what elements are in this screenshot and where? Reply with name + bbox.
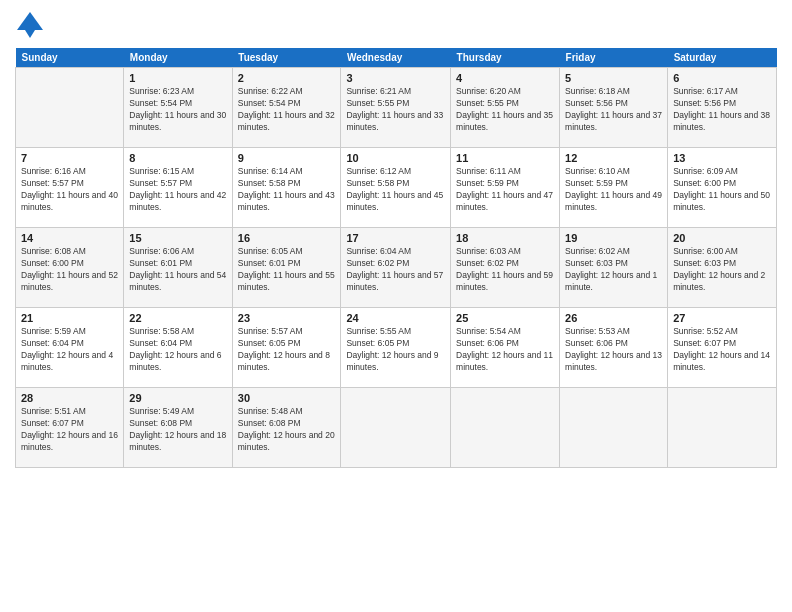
day-cell-3: 3Sunrise: 6:21 AMSunset: 5:55 PMDaylight… [341,68,451,148]
day-cell-18: 18Sunrise: 6:03 AMSunset: 6:02 PMDayligh… [451,228,560,308]
day-cell-16: 16Sunrise: 6:05 AMSunset: 6:01 PMDayligh… [232,228,341,308]
day-cell-4: 4Sunrise: 6:20 AMSunset: 5:55 PMDaylight… [451,68,560,148]
day-cell-13: 13Sunrise: 6:09 AMSunset: 6:00 PMDayligh… [668,148,777,228]
day-info: Sunrise: 5:49 AMSunset: 6:08 PMDaylight:… [129,406,226,454]
day-cell-15: 15Sunrise: 6:06 AMSunset: 6:01 PMDayligh… [124,228,232,308]
day-info: Sunrise: 6:18 AMSunset: 5:56 PMDaylight:… [565,86,662,134]
day-cell-27: 27Sunrise: 5:52 AMSunset: 6:07 PMDayligh… [668,308,777,388]
day-number: 15 [129,232,226,244]
day-info: Sunrise: 6:02 AMSunset: 6:03 PMDaylight:… [565,246,662,294]
day-cell-7: 7Sunrise: 6:16 AMSunset: 5:57 PMDaylight… [16,148,124,228]
day-info: Sunrise: 6:23 AMSunset: 5:54 PMDaylight:… [129,86,226,134]
day-number: 29 [129,392,226,404]
day-info: Sunrise: 5:52 AMSunset: 6:07 PMDaylight:… [673,326,771,374]
day-info: Sunrise: 6:20 AMSunset: 5:55 PMDaylight:… [456,86,554,134]
day-header-monday: Monday [124,48,232,68]
day-cell-12: 12Sunrise: 6:10 AMSunset: 5:59 PMDayligh… [560,148,668,228]
day-info: Sunrise: 5:48 AMSunset: 6:08 PMDaylight:… [238,406,336,454]
day-cell-19: 19Sunrise: 6:02 AMSunset: 6:03 PMDayligh… [560,228,668,308]
day-number: 10 [346,152,445,164]
week-row-5: 28Sunrise: 5:51 AMSunset: 6:07 PMDayligh… [16,388,777,468]
svg-marker-1 [25,30,35,38]
empty-cell [560,388,668,468]
day-number: 11 [456,152,554,164]
day-info: Sunrise: 6:06 AMSunset: 6:01 PMDaylight:… [129,246,226,294]
day-cell-1: 1Sunrise: 6:23 AMSunset: 5:54 PMDaylight… [124,68,232,148]
calendar-header: SundayMondayTuesdayWednesdayThursdayFrid… [16,48,777,68]
day-number: 19 [565,232,662,244]
day-info: Sunrise: 5:55 AMSunset: 6:05 PMDaylight:… [346,326,445,374]
day-cell-17: 17Sunrise: 6:04 AMSunset: 6:02 PMDayligh… [341,228,451,308]
week-row-2: 7Sunrise: 6:16 AMSunset: 5:57 PMDaylight… [16,148,777,228]
empty-cell [341,388,451,468]
day-cell-14: 14Sunrise: 6:08 AMSunset: 6:00 PMDayligh… [16,228,124,308]
day-cell-22: 22Sunrise: 5:58 AMSunset: 6:04 PMDayligh… [124,308,232,388]
day-number: 25 [456,312,554,324]
day-cell-9: 9Sunrise: 6:14 AMSunset: 5:58 PMDaylight… [232,148,341,228]
day-header-saturday: Saturday [668,48,777,68]
day-number: 8 [129,152,226,164]
day-info: Sunrise: 6:17 AMSunset: 5:56 PMDaylight:… [673,86,771,134]
day-number: 24 [346,312,445,324]
day-number: 5 [565,72,662,84]
day-cell-5: 5Sunrise: 6:18 AMSunset: 5:56 PMDaylight… [560,68,668,148]
day-number: 9 [238,152,336,164]
day-info: Sunrise: 5:57 AMSunset: 6:05 PMDaylight:… [238,326,336,374]
day-info: Sunrise: 5:53 AMSunset: 6:06 PMDaylight:… [565,326,662,374]
day-info: Sunrise: 6:09 AMSunset: 6:00 PMDaylight:… [673,166,771,214]
day-number: 6 [673,72,771,84]
day-info: Sunrise: 6:11 AMSunset: 5:59 PMDaylight:… [456,166,554,214]
day-cell-26: 26Sunrise: 5:53 AMSunset: 6:06 PMDayligh… [560,308,668,388]
day-cell-23: 23Sunrise: 5:57 AMSunset: 6:05 PMDayligh… [232,308,341,388]
day-number: 20 [673,232,771,244]
day-info: Sunrise: 6:21 AMSunset: 5:55 PMDaylight:… [346,86,445,134]
day-info: Sunrise: 6:00 AMSunset: 6:03 PMDaylight:… [673,246,771,294]
day-cell-29: 29Sunrise: 5:49 AMSunset: 6:08 PMDayligh… [124,388,232,468]
week-row-1: 1Sunrise: 6:23 AMSunset: 5:54 PMDaylight… [16,68,777,148]
day-info: Sunrise: 5:51 AMSunset: 6:07 PMDaylight:… [21,406,118,454]
day-number: 22 [129,312,226,324]
day-number: 26 [565,312,662,324]
day-number: 7 [21,152,118,164]
day-number: 23 [238,312,336,324]
day-info: Sunrise: 6:10 AMSunset: 5:59 PMDaylight:… [565,166,662,214]
day-number: 2 [238,72,336,84]
calendar-table: SundayMondayTuesdayWednesdayThursdayFrid… [15,48,777,468]
day-cell-2: 2Sunrise: 6:22 AMSunset: 5:54 PMDaylight… [232,68,341,148]
day-cell-30: 30Sunrise: 5:48 AMSunset: 6:08 PMDayligh… [232,388,341,468]
logo [15,10,49,40]
day-info: Sunrise: 6:12 AMSunset: 5:58 PMDaylight:… [346,166,445,214]
day-number: 28 [21,392,118,404]
day-cell-20: 20Sunrise: 6:00 AMSunset: 6:03 PMDayligh… [668,228,777,308]
day-info: Sunrise: 6:15 AMSunset: 5:57 PMDaylight:… [129,166,226,214]
day-cell-6: 6Sunrise: 6:17 AMSunset: 5:56 PMDaylight… [668,68,777,148]
day-info: Sunrise: 6:08 AMSunset: 6:00 PMDaylight:… [21,246,118,294]
day-cell-25: 25Sunrise: 5:54 AMSunset: 6:06 PMDayligh… [451,308,560,388]
empty-cell [668,388,777,468]
week-row-3: 14Sunrise: 6:08 AMSunset: 6:00 PMDayligh… [16,228,777,308]
day-info: Sunrise: 6:05 AMSunset: 6:01 PMDaylight:… [238,246,336,294]
day-cell-11: 11Sunrise: 6:11 AMSunset: 5:59 PMDayligh… [451,148,560,228]
day-header-sunday: Sunday [16,48,124,68]
day-cell-8: 8Sunrise: 6:15 AMSunset: 5:57 PMDaylight… [124,148,232,228]
day-info: Sunrise: 5:58 AMSunset: 6:04 PMDaylight:… [129,326,226,374]
day-info: Sunrise: 5:54 AMSunset: 6:06 PMDaylight:… [456,326,554,374]
day-number: 12 [565,152,662,164]
day-header-friday: Friday [560,48,668,68]
day-info: Sunrise: 6:22 AMSunset: 5:54 PMDaylight:… [238,86,336,134]
day-info: Sunrise: 6:04 AMSunset: 6:02 PMDaylight:… [346,246,445,294]
day-number: 30 [238,392,336,404]
day-number: 21 [21,312,118,324]
day-cell-28: 28Sunrise: 5:51 AMSunset: 6:07 PMDayligh… [16,388,124,468]
empty-cell [16,68,124,148]
day-cell-24: 24Sunrise: 5:55 AMSunset: 6:05 PMDayligh… [341,308,451,388]
day-number: 14 [21,232,118,244]
day-info: Sunrise: 5:59 AMSunset: 6:04 PMDaylight:… [21,326,118,374]
day-number: 17 [346,232,445,244]
day-info: Sunrise: 6:14 AMSunset: 5:58 PMDaylight:… [238,166,336,214]
day-number: 16 [238,232,336,244]
week-row-4: 21Sunrise: 5:59 AMSunset: 6:04 PMDayligh… [16,308,777,388]
day-cell-10: 10Sunrise: 6:12 AMSunset: 5:58 PMDayligh… [341,148,451,228]
svg-marker-0 [17,12,43,30]
day-header-wednesday: Wednesday [341,48,451,68]
